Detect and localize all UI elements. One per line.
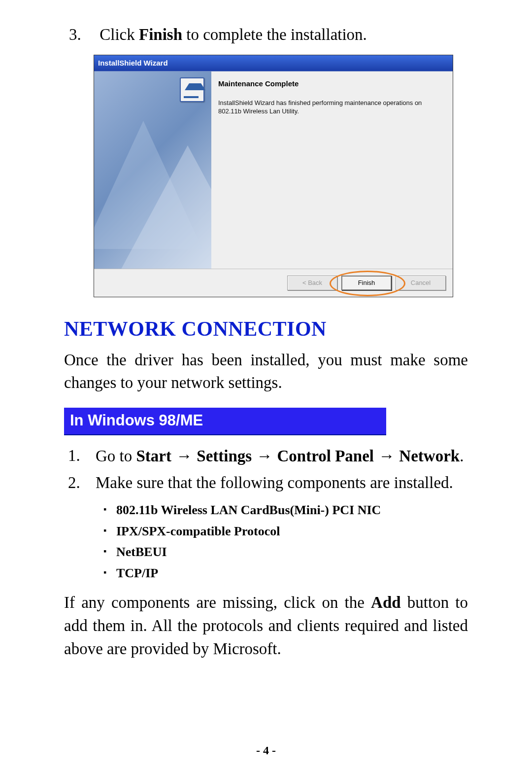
arrow-icon: →: [374, 447, 399, 465]
list-item: 2. Make sure that the following componen…: [68, 471, 468, 495]
component-3: TCP/IP: [116, 563, 158, 584]
arrow-icon: →: [171, 447, 197, 465]
decorative-triangle: [119, 145, 211, 269]
component-0: 802.11b Wireless LAN CardBus(Mini-) PCI …: [116, 500, 381, 521]
bullet-icon: ▪: [103, 500, 116, 517]
list-num-2: 2.: [68, 471, 96, 495]
list-item: ▪ NetBEUI: [103, 542, 468, 563]
component-2: NetBEUI: [116, 542, 167, 563]
li1-settings: Settings: [197, 447, 252, 465]
step-3-post: to complete the installation.: [182, 26, 367, 43]
dialog-message: InstallShield Wizard has finished perfor…: [218, 99, 446, 116]
step-3-bold: Finish: [139, 26, 182, 43]
finish-button-label: Finish: [358, 279, 375, 286]
subsection-banner: In Windows 98/ME: [64, 408, 386, 435]
tail-bold: Add: [371, 594, 401, 611]
section-heading: NETWORK CONNECTION: [64, 317, 468, 341]
step-3-line: 3. Click Finish to complete the installa…: [69, 24, 468, 46]
installer-logo-icon: [180, 77, 204, 102]
cancel-button[interactable]: Cancel: [396, 276, 446, 290]
step-3-pre: Click: [100, 26, 139, 43]
installshield-dialog: InstallShield Wizard Maintenance Complet…: [94, 55, 453, 297]
dialog-footer: < Back Finish Cancel: [94, 269, 453, 297]
finish-button-wrap: Finish: [341, 276, 392, 290]
tail-paragraph: If any components are missing, click on …: [64, 591, 468, 661]
bullet-icon: ▪: [103, 563, 116, 580]
list-text-1: Go to Start → Settings → Control Panel →…: [96, 444, 468, 468]
component-sublist: ▪ 802.11b Wireless LAN CardBus(Mini-) PC…: [103, 500, 468, 585]
list-num-1: 1.: [68, 444, 96, 468]
list-item: ▪ TCP/IP: [103, 563, 468, 584]
li1-dot: .: [460, 447, 464, 465]
li1-control-panel: Control Panel: [277, 447, 374, 465]
dialog-body: Maintenance Complete InstallShield Wizar…: [94, 71, 453, 269]
bullet-icon: ▪: [103, 521, 116, 538]
list-item: ▪ 802.11b Wireless LAN CardBus(Mini-) PC…: [103, 500, 468, 521]
li1-pre: Go to: [96, 447, 136, 465]
page-number: - 4 -: [0, 744, 532, 757]
back-button-label: < Back: [302, 279, 322, 286]
li1-network: Network: [399, 447, 460, 465]
finish-button[interactable]: Finish: [341, 276, 392, 290]
intro-paragraph: Once the driver has been installed, you …: [64, 349, 468, 394]
li1-start: Start: [136, 447, 171, 465]
list-item: ▪ IPX/SPX-compatible Protocol: [103, 521, 468, 542]
list-text-2: Make sure that the following components …: [96, 471, 468, 495]
ordered-list: 1. Go to Start → Settings → Control Pane…: [68, 444, 468, 584]
dialog-right-pane: Maintenance Complete InstallShield Wizar…: [211, 71, 453, 269]
dialog-left-graphic: [94, 71, 211, 269]
dialog-title: InstallShield Wizard: [98, 59, 168, 67]
bullet-icon: ▪: [103, 542, 116, 559]
cancel-button-label: Cancel: [411, 279, 431, 286]
document-page: 3. Click Finish to complete the installa…: [0, 0, 532, 771]
dialog-heading: Maintenance Complete: [218, 79, 446, 88]
arrow-icon: →: [252, 447, 277, 465]
list-item: 1. Go to Start → Settings → Control Pane…: [68, 444, 468, 468]
tail-pre: If any components are missing, click on …: [64, 594, 371, 611]
component-1: IPX/SPX-compatible Protocol: [116, 521, 280, 542]
back-button[interactable]: < Back: [287, 276, 337, 290]
step-3-number: 3.: [69, 24, 96, 46]
dialog-titlebar: InstallShield Wizard: [94, 55, 453, 71]
